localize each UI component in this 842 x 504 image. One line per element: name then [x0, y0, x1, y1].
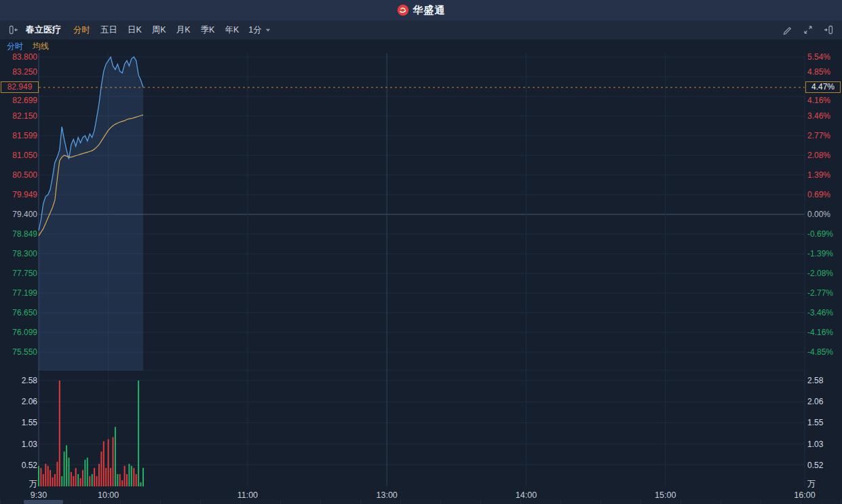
volume-bar — [71, 472, 72, 486]
volume-bar — [92, 474, 93, 486]
volume-bar — [43, 474, 44, 486]
price-axis-label: 83.250 — [12, 67, 37, 77]
price-area-fill — [39, 57, 143, 370]
volume-bar — [115, 427, 116, 486]
volume-bar — [140, 482, 142, 486]
current-change-tag: 4.47% — [805, 81, 841, 93]
volume-bar — [128, 464, 130, 486]
price-axis-label: 78.849 — [12, 229, 37, 239]
app-header: 华盛通 — [0, 0, 842, 20]
volume-bar — [84, 460, 85, 486]
volume-bar — [87, 458, 88, 486]
volume-bar — [89, 476, 90, 486]
price-axis-label: 79.949 — [12, 190, 37, 199]
price-axis-label: 80.500 — [12, 170, 37, 180]
interval-label: 1分 — [248, 24, 261, 36]
volume-bar — [73, 476, 74, 486]
pct-axis-label: -4.85% — [807, 347, 833, 357]
volume-bar — [126, 474, 128, 486]
volume-bar — [133, 468, 134, 486]
app-name: 华盛通 — [413, 4, 446, 17]
pct-axis-label: -0.69% — [807, 229, 833, 239]
huasheng-terminal: 83.8005.54%83.2504.85%82.6994.16%82.1503… — [0, 0, 842, 504]
volume-bar — [66, 446, 67, 487]
pct-axis-label: 5.54% — [807, 52, 830, 62]
volume-axis-label: 1.03 — [807, 440, 824, 449]
tab-quarterly-k[interactable]: 季K — [201, 24, 215, 36]
volume-bar — [110, 468, 111, 486]
fullscreen-icon[interactable] — [803, 24, 814, 35]
volume-bar — [75, 468, 77, 486]
volume-bar — [54, 474, 56, 486]
chevron-down-icon — [265, 26, 271, 33]
draw-pencil-icon[interactable] — [782, 24, 793, 35]
pct-axis-label: 3.46% — [807, 111, 830, 121]
volume-axis-label: 1.55 — [807, 418, 824, 427]
tab-minute[interactable]: 分时 — [73, 24, 90, 36]
tab-daily-k[interactable]: 日K — [128, 24, 142, 36]
volume-axis-label: 0.52 — [807, 461, 824, 470]
volume-unit-label: 万 — [29, 479, 37, 488]
price-axis-label: 81.599 — [12, 131, 37, 140]
price-axis-label: 81.050 — [12, 151, 37, 160]
collapse-left-icon[interactable] — [8, 24, 19, 35]
price-axis-label: 82.150 — [12, 111, 37, 121]
pct-axis-label: -1.39% — [807, 249, 833, 258]
volume-bar — [69, 458, 70, 486]
chart-toolbar: 春立医疗 分时 五日 日K 周K 月K 季K 年K 1分 — [0, 20, 842, 39]
current-price-tag: 82.949 — [1, 81, 39, 93]
volume-bar — [105, 468, 107, 486]
volume-axis-label: 1.03 — [22, 440, 38, 449]
time-axis-label: 13:00 — [377, 490, 398, 500]
volume-bar — [52, 478, 54, 486]
scrollbar-thumb[interactable] — [24, 500, 63, 504]
timeline-scrollbar[interactable] — [0, 500, 842, 504]
price-axis-label: 78.300 — [12, 249, 37, 258]
overlay-subtabs: 分时 均线 — [0, 39, 842, 53]
volume-bar — [59, 381, 60, 486]
volume-axis-label: 2.58 — [807, 376, 824, 385]
volume-axis-label: 0.52 — [22, 461, 38, 470]
pct-axis-label: 0.00% — [807, 210, 830, 219]
price-axis-label: 82.699 — [12, 96, 37, 105]
volume-bar — [98, 464, 100, 486]
toolbar-right-icons — [782, 24, 834, 35]
minute-chart-canvas[interactable]: 83.8005.54%83.2504.85%82.6994.16%82.1503… — [0, 0, 842, 504]
price-axis-label: 77.199 — [12, 288, 37, 298]
pct-axis-label: 1.39% — [807, 170, 830, 180]
volume-unit-label: 万 — [807, 479, 816, 488]
kline-interval-select[interactable]: 1分 — [248, 24, 271, 36]
subtab-minute[interactable]: 分时 — [7, 41, 23, 52]
volume-bar — [50, 470, 51, 486]
volume-bar — [142, 468, 144, 486]
volume-bar — [121, 480, 123, 486]
volume-bar — [64, 452, 65, 486]
volume-bar — [80, 478, 81, 486]
price-axis-label: 79.400 — [12, 210, 37, 219]
pct-axis-label: -3.46% — [807, 308, 833, 317]
volume-bar — [138, 381, 139, 486]
pct-axis-label: -4.16% — [807, 328, 833, 337]
volume-bar — [56, 462, 58, 486]
stock-name[interactable]: 春立医疗 — [26, 24, 61, 36]
pct-axis-label: 2.08% — [807, 151, 830, 160]
tab-5day[interactable]: 五日 — [100, 24, 117, 36]
pct-axis-label: 2.77% — [807, 131, 830, 140]
collapse-right-icon[interactable] — [823, 24, 834, 35]
volume-bar — [45, 464, 46, 486]
volume-bar — [117, 474, 118, 486]
volume-bar — [94, 468, 95, 486]
pct-axis-label: -2.08% — [807, 269, 833, 278]
volume-bar — [47, 466, 49, 486]
price-axis-label: 83.800 — [12, 52, 37, 62]
volume-bar — [124, 466, 126, 486]
tab-monthly-k[interactable]: 月K — [176, 24, 191, 36]
tab-yearly-k[interactable]: 年K — [225, 24, 239, 36]
volume-bar — [82, 470, 83, 486]
pct-axis-label: 4.16% — [807, 96, 830, 105]
tab-weekly-k[interactable]: 周K — [152, 24, 166, 36]
volume-bar — [108, 440, 109, 487]
time-axis-label: 16:00 — [794, 490, 815, 500]
volume-bar — [131, 466, 132, 486]
subtab-avg[interactable]: 均线 — [33, 41, 49, 52]
